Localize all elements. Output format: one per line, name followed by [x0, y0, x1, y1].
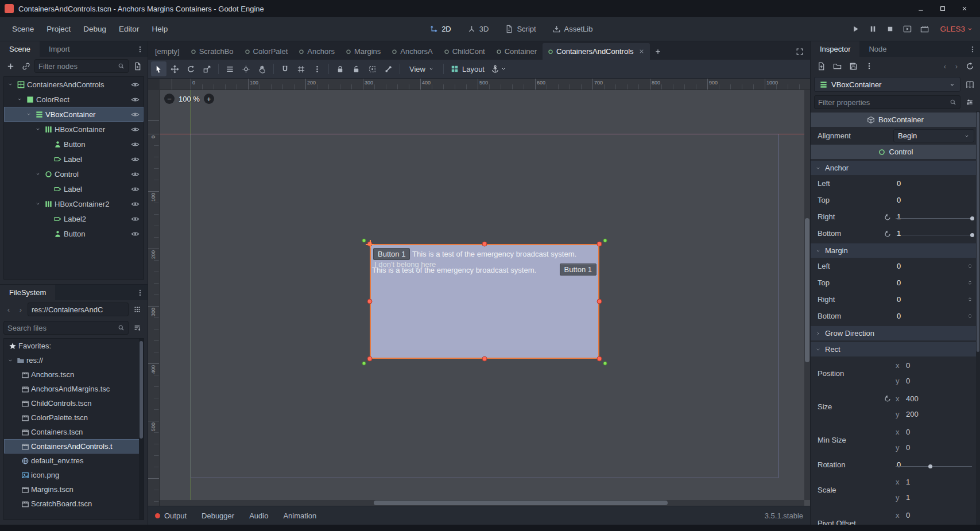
expander[interactable]	[24, 111, 33, 117]
mode-3d[interactable]: 3D	[460, 21, 496, 38]
scene-tab-margins[interactable]: Margins	[340, 43, 386, 60]
lock-tool-button[interactable]	[332, 61, 348, 76]
open-docs-button[interactable]	[963, 77, 977, 91]
visibility-toggle-eye-icon[interactable]	[131, 185, 140, 193]
scene-tab-colorpalet[interactable]: ColorPalet	[239, 43, 293, 60]
add-node-button[interactable]	[3, 59, 17, 73]
expander[interactable]	[33, 126, 42, 132]
category-anchor[interactable]: Anchor	[811, 161, 980, 175]
tree-node-button[interactable]: Button	[4, 226, 144, 241]
pause-button[interactable]	[865, 22, 880, 37]
move-tool-button[interactable]	[167, 61, 183, 76]
expander[interactable]	[33, 171, 42, 177]
res-root-row[interactable]: res://	[4, 353, 144, 367]
attach-script-button[interactable]	[130, 59, 144, 73]
fs-back-button[interactable]: ‹	[3, 303, 14, 316]
menu-editor[interactable]: Editor	[113, 17, 145, 41]
scrollbar-thumb[interactable]	[140, 341, 143, 439]
pivot-tool-button[interactable]	[238, 61, 254, 76]
visibility-toggle-eye-icon[interactable]	[131, 140, 140, 149]
visibility-toggle-eye-icon[interactable]	[131, 215, 140, 223]
visibility-toggle-eye-icon[interactable]	[131, 155, 140, 164]
distraction-free-button[interactable]	[791, 43, 808, 60]
mode-assetlib[interactable]: AssetLib	[545, 21, 600, 38]
expander[interactable]	[6, 82, 15, 87]
list-select-tool-button[interactable]	[222, 61, 238, 76]
tree-node-label[interactable]: Label	[4, 152, 144, 166]
scene-dock-menu-button[interactable]	[133, 41, 148, 57]
maximize-button[interactable]	[932, 1, 954, 16]
tree-node-label2[interactable]: Label2	[4, 211, 144, 226]
history-forward-button[interactable]: ›	[951, 59, 962, 73]
zoom-in-button[interactable]: +	[204, 94, 214, 104]
alignment-dropdown[interactable]: Begin	[893, 129, 974, 142]
fs-path-input[interactable]: res://ContainersAndC	[28, 303, 129, 316]
filesystem-menu-button[interactable]	[133, 285, 148, 300]
scene-tab-anchorsa[interactable]: AnchorsA	[386, 43, 437, 60]
mode-script[interactable]: Script	[498, 21, 543, 38]
tree-node-hboxcontainer[interactable]: HBoxContainer	[4, 122, 144, 137]
property-value-field[interactable]: 0	[893, 460, 974, 469]
selected-container-rect[interactable]: Button 1 This is a test of the emergency…	[370, 244, 599, 359]
group-tool-button[interactable]	[365, 61, 380, 76]
file-item[interactable]: default_env.tres	[4, 454, 144, 468]
view-menu-button[interactable]: View	[404, 61, 440, 76]
canvas-vertical-scrollbar[interactable]	[804, 90, 810, 500]
file-item[interactable]: AnchorsAndMargins.tsc	[4, 382, 144, 396]
viewport-canvas[interactable]: Button 1 This is a test of the emergency…	[148, 79, 810, 506]
stepper-button[interactable]	[967, 296, 973, 303]
anchor-marker[interactable]	[603, 239, 607, 243]
animation-panel-button[interactable]: Animation	[283, 511, 316, 520]
slider-grabber[interactable]	[928, 464, 932, 468]
scene-tab-empty[interactable]: [empty]	[150, 43, 185, 60]
category-rect[interactable]: Rect	[811, 342, 980, 356]
scene-dock-tab-scene[interactable]: Scene	[0, 41, 40, 57]
tree-node-hboxcontainer2[interactable]: HBoxContainer2	[4, 196, 144, 211]
slider-grabber[interactable]	[970, 216, 974, 220]
menu-scene[interactable]: Scene	[6, 17, 40, 41]
scene-tab-scratchbo[interactable]: ScratchBo	[185, 43, 239, 60]
scene-tab-container[interactable]: Container	[491, 43, 542, 60]
selection-handle[interactable]	[597, 356, 602, 362]
fs-forward-button[interactable]: ›	[16, 303, 26, 316]
play-button[interactable]	[848, 22, 863, 37]
visibility-toggle-eye-icon[interactable]	[131, 80, 140, 89]
property-value-field[interactable]: 0	[893, 295, 974, 304]
file-item[interactable]: ChildControls.tscn	[4, 396, 144, 410]
vector-component-field[interactable]: y200	[893, 407, 974, 421]
tree-node-colorrect[interactable]: ColorRect	[4, 92, 144, 107]
value-slider[interactable]	[896, 235, 972, 235]
tree-node-control[interactable]: Control	[4, 166, 144, 181]
filesystem-scrollbar[interactable]	[139, 339, 144, 520]
instance-scene-button[interactable]	[19, 59, 33, 73]
dots-v-tool-button[interactable]	[309, 61, 325, 76]
value-slider[interactable]	[896, 218, 972, 219]
inspector-tab-inspector[interactable]: Inspector	[811, 41, 859, 57]
filter-nodes-input[interactable]: Filter nodes	[34, 59, 129, 73]
scrollbar-thumb[interactable]	[374, 501, 668, 505]
selection-handle[interactable]	[482, 356, 487, 362]
renderer-select[interactable]: GLES3	[940, 25, 973, 33]
selection-handle[interactable]	[367, 299, 373, 304]
property-filter-options-button[interactable]	[963, 95, 977, 109]
property-value-field[interactable]: 0	[893, 179, 974, 188]
file-item[interactable]: ScratchBoard.tscn	[4, 497, 144, 511]
file-item[interactable]: ColorPalette.tscn	[4, 410, 144, 425]
stepper-button[interactable]	[967, 263, 973, 269]
file-item[interactable]: Containers.tscn	[4, 425, 144, 439]
magnet-tool-button[interactable]	[277, 61, 293, 76]
unlock-tool-button[interactable]	[348, 61, 364, 76]
play-scene-button[interactable]	[900, 22, 915, 37]
history-back-button[interactable]: ‹	[940, 59, 950, 73]
visibility-toggle-eye-icon[interactable]	[131, 110, 140, 119]
property-value-field[interactable]: 1	[893, 212, 974, 221]
vector-component-field[interactable]: y0	[893, 374, 974, 388]
audio-panel-button[interactable]: Audio	[249, 511, 268, 520]
stop-button[interactable]	[882, 22, 897, 37]
visibility-toggle-eye-icon[interactable]	[131, 230, 140, 238]
selection-handle[interactable]	[482, 242, 487, 247]
load-resource-button[interactable]	[830, 59, 844, 73]
tree-node-button[interactable]: Button	[4, 137, 144, 152]
rotate-tool-button[interactable]	[183, 61, 199, 76]
mode-2d[interactable]: 2D	[423, 21, 458, 38]
